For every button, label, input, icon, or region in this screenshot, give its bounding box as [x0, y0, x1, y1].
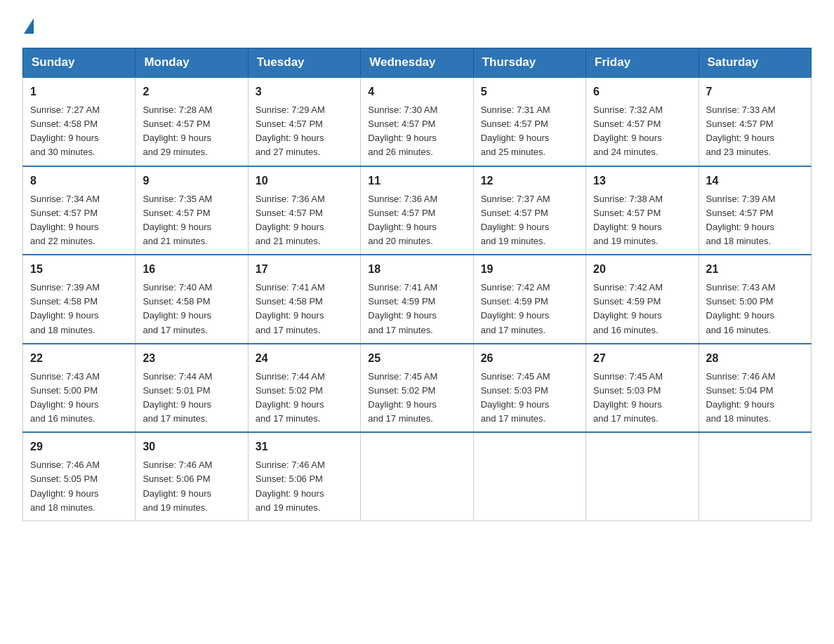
day-number: 6: [593, 83, 691, 100]
day-info: Sunrise: 7:46 AMSunset: 5:06 PMDaylight:…: [143, 458, 240, 515]
day-info: Sunrise: 7:38 AMSunset: 4:57 PMDaylight:…: [593, 192, 691, 249]
calendar-cell: 2Sunrise: 7:28 AMSunset: 4:57 PMDaylight…: [135, 77, 248, 166]
calendar-header-friday: Friday: [586, 48, 699, 78]
calendar-cell: 17Sunrise: 7:41 AMSunset: 4:58 PMDayligh…: [248, 255, 360, 344]
calendar-cell: 3Sunrise: 7:29 AMSunset: 4:57 PMDaylight…: [248, 77, 360, 166]
day-info: Sunrise: 7:46 AMSunset: 5:05 PMDaylight:…: [30, 458, 128, 515]
calendar-cell: 15Sunrise: 7:39 AMSunset: 4:58 PMDayligh…: [23, 255, 135, 344]
calendar-header-sunday: Sunday: [23, 48, 135, 78]
day-number: 27: [593, 350, 691, 367]
calendar-cell: [699, 432, 811, 521]
day-number: 18: [368, 261, 465, 278]
calendar-cell: 20Sunrise: 7:42 AMSunset: 4:59 PMDayligh…: [586, 255, 699, 344]
day-number: 15: [30, 261, 128, 278]
day-info: Sunrise: 7:43 AMSunset: 5:00 PMDaylight:…: [706, 281, 804, 337]
day-info: Sunrise: 7:46 AMSunset: 5:06 PMDaylight:…: [256, 458, 353, 515]
day-number: 2: [143, 83, 240, 100]
calendar-cell: 19Sunrise: 7:42 AMSunset: 4:59 PMDayligh…: [473, 255, 585, 344]
day-info: Sunrise: 7:39 AMSunset: 4:58 PMDaylight:…: [30, 281, 128, 337]
day-number: 5: [481, 83, 578, 100]
calendar-cell: 27Sunrise: 7:45 AMSunset: 5:03 PMDayligh…: [586, 344, 699, 433]
day-info: Sunrise: 7:37 AMSunset: 4:57 PMDaylight:…: [481, 192, 578, 249]
day-number: 25: [368, 350, 465, 367]
day-number: 13: [593, 173, 691, 189]
day-number: 21: [706, 261, 804, 278]
day-number: 16: [143, 261, 240, 278]
day-number: 26: [481, 350, 578, 367]
calendar-week-row-1: 1Sunrise: 7:27 AMSunset: 4:58 PMDaylight…: [23, 77, 812, 166]
day-info: Sunrise: 7:33 AMSunset: 4:57 PMDaylight:…: [706, 103, 804, 160]
calendar-cell: 31Sunrise: 7:46 AMSunset: 5:06 PMDayligh…: [248, 432, 360, 521]
day-number: 12: [481, 173, 578, 189]
calendar-cell: 26Sunrise: 7:45 AMSunset: 5:03 PMDayligh…: [473, 344, 585, 433]
day-number: 11: [368, 173, 465, 189]
calendar-week-row-3: 15Sunrise: 7:39 AMSunset: 4:58 PMDayligh…: [23, 255, 812, 344]
day-number: 7: [706, 83, 804, 100]
day-info: Sunrise: 7:36 AMSunset: 4:57 PMDaylight:…: [256, 192, 353, 249]
day-info: Sunrise: 7:45 AMSunset: 5:03 PMDaylight:…: [481, 370, 578, 427]
day-info: Sunrise: 7:30 AMSunset: 4:57 PMDaylight:…: [368, 103, 465, 160]
day-number: 4: [368, 83, 465, 100]
calendar-header-tuesday: Tuesday: [248, 48, 360, 78]
calendar-header-row: SundayMondayTuesdayWednesdayThursdayFrid…: [23, 48, 812, 78]
day-info: Sunrise: 7:42 AMSunset: 4:59 PMDaylight:…: [593, 281, 691, 337]
calendar-cell: 13Sunrise: 7:38 AMSunset: 4:57 PMDayligh…: [586, 166, 699, 255]
calendar-cell: [473, 432, 585, 521]
calendar-cell: 30Sunrise: 7:46 AMSunset: 5:06 PMDayligh…: [135, 432, 248, 521]
day-info: Sunrise: 7:44 AMSunset: 5:01 PMDaylight:…: [143, 370, 240, 427]
day-info: Sunrise: 7:40 AMSunset: 4:58 PMDaylight:…: [143, 281, 240, 337]
calendar-cell: 9Sunrise: 7:35 AMSunset: 4:57 PMDaylight…: [135, 166, 248, 255]
calendar-week-row-5: 29Sunrise: 7:46 AMSunset: 5:05 PMDayligh…: [23, 432, 812, 521]
calendar-cell: [361, 432, 473, 521]
calendar-header-monday: Monday: [135, 48, 248, 78]
calendar-cell: 25Sunrise: 7:45 AMSunset: 5:02 PMDayligh…: [361, 344, 473, 433]
day-info: Sunrise: 7:39 AMSunset: 4:57 PMDaylight:…: [706, 192, 804, 249]
day-info: Sunrise: 7:34 AMSunset: 4:57 PMDaylight:…: [30, 192, 128, 249]
day-info: Sunrise: 7:29 AMSunset: 4:57 PMDaylight:…: [256, 103, 353, 160]
day-number: 17: [256, 261, 353, 278]
calendar-cell: 22Sunrise: 7:43 AMSunset: 5:00 PMDayligh…: [23, 344, 135, 433]
logo: [22, 17, 34, 34]
calendar-cell: 21Sunrise: 7:43 AMSunset: 5:00 PMDayligh…: [699, 255, 811, 344]
day-info: Sunrise: 7:45 AMSunset: 5:02 PMDaylight:…: [368, 370, 465, 427]
calendar-cell: 14Sunrise: 7:39 AMSunset: 4:57 PMDayligh…: [699, 166, 811, 255]
calendar-cell: 8Sunrise: 7:34 AMSunset: 4:57 PMDaylight…: [23, 166, 135, 255]
calendar-cell: 23Sunrise: 7:44 AMSunset: 5:01 PMDayligh…: [135, 344, 248, 433]
day-info: Sunrise: 7:27 AMSunset: 4:58 PMDaylight:…: [30, 103, 128, 160]
calendar-week-row-4: 22Sunrise: 7:43 AMSunset: 5:00 PMDayligh…: [23, 344, 812, 433]
day-number: 8: [30, 173, 128, 189]
calendar-cell: 29Sunrise: 7:46 AMSunset: 5:05 PMDayligh…: [23, 432, 135, 521]
day-number: 14: [706, 173, 804, 189]
calendar-cell: 5Sunrise: 7:31 AMSunset: 4:57 PMDaylight…: [473, 77, 585, 166]
calendar-week-row-2: 8Sunrise: 7:34 AMSunset: 4:57 PMDaylight…: [23, 166, 812, 255]
day-info: Sunrise: 7:45 AMSunset: 5:03 PMDaylight:…: [593, 370, 691, 427]
day-number: 3: [256, 83, 353, 100]
day-info: Sunrise: 7:35 AMSunset: 4:57 PMDaylight:…: [143, 192, 240, 249]
day-info: Sunrise: 7:44 AMSunset: 5:02 PMDaylight:…: [256, 370, 353, 427]
day-number: 23: [143, 350, 240, 367]
day-number: 20: [593, 261, 691, 278]
calendar-cell: 4Sunrise: 7:30 AMSunset: 4:57 PMDaylight…: [361, 77, 473, 166]
calendar-cell: 11Sunrise: 7:36 AMSunset: 4:57 PMDayligh…: [361, 166, 473, 255]
calendar-cell: 18Sunrise: 7:41 AMSunset: 4:59 PMDayligh…: [361, 255, 473, 344]
calendar-table: SundayMondayTuesdayWednesdayThursdayFrid…: [22, 48, 812, 521]
calendar-cell: 28Sunrise: 7:46 AMSunset: 5:04 PMDayligh…: [699, 344, 811, 433]
calendar-header-saturday: Saturday: [699, 48, 811, 78]
day-info: Sunrise: 7:36 AMSunset: 4:57 PMDaylight:…: [368, 192, 465, 249]
day-number: 19: [481, 261, 578, 278]
day-info: Sunrise: 7:41 AMSunset: 4:59 PMDaylight:…: [368, 281, 465, 337]
logo-triangle-icon: [24, 18, 34, 34]
calendar-header-thursday: Thursday: [473, 48, 585, 78]
day-number: 24: [256, 350, 353, 367]
day-number: 28: [706, 350, 804, 367]
day-info: Sunrise: 7:46 AMSunset: 5:04 PMDaylight:…: [706, 370, 804, 427]
day-number: 30: [143, 438, 240, 455]
day-info: Sunrise: 7:32 AMSunset: 4:57 PMDaylight:…: [593, 103, 691, 160]
day-info: Sunrise: 7:43 AMSunset: 5:00 PMDaylight:…: [30, 370, 128, 427]
day-info: Sunrise: 7:31 AMSunset: 4:57 PMDaylight:…: [481, 103, 578, 160]
day-info: Sunrise: 7:41 AMSunset: 4:58 PMDaylight:…: [256, 281, 353, 337]
day-info: Sunrise: 7:28 AMSunset: 4:57 PMDaylight:…: [143, 103, 240, 160]
day-info: Sunrise: 7:42 AMSunset: 4:59 PMDaylight:…: [481, 281, 578, 337]
day-number: 22: [30, 350, 128, 367]
page-header: [22, 17, 812, 34]
